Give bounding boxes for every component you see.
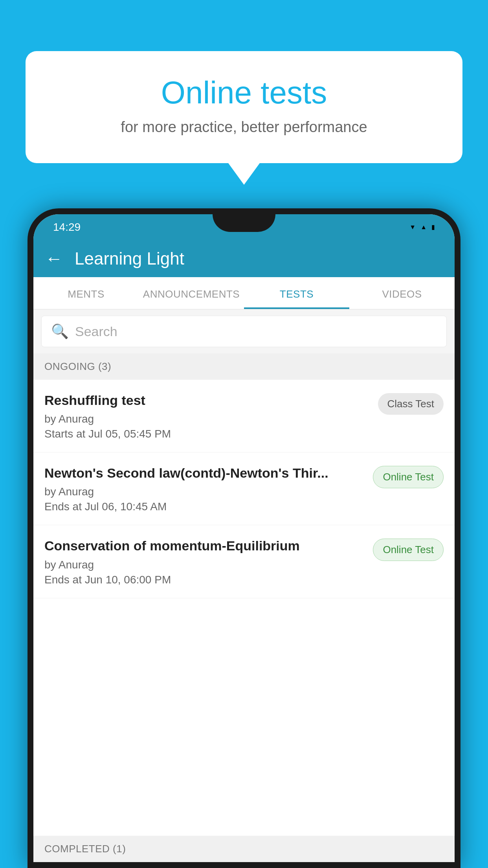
- app-title: Learning Light: [75, 249, 184, 268]
- tabs-container: MENTS ANNOUNCEMENTS TESTS VIDEOS: [33, 277, 455, 309]
- speech-bubble-title: Online tests: [57, 75, 431, 111]
- battery-icon: ▮: [431, 223, 435, 231]
- test-by-2: by Anurag: [44, 485, 365, 498]
- speech-bubble-subtitle: for more practice, better performance: [57, 119, 431, 136]
- test-time-label-1: Starts at: [44, 428, 85, 440]
- tab-announcements[interactable]: ANNOUNCEMENTS: [139, 277, 244, 309]
- test-list: Reshuffling test by Anurag Starts at Jul…: [33, 380, 455, 598]
- test-time-2: Ends at Jul 06, 10:45 AM: [44, 500, 365, 513]
- test-time-value-1: Jul 05, 05:45 PM: [88, 428, 171, 440]
- test-time-1: Starts at Jul 05, 05:45 PM: [44, 428, 370, 440]
- test-name-1: Reshuffling test: [44, 392, 370, 409]
- test-item-reshuffling[interactable]: Reshuffling test by Anurag Starts at Jul…: [33, 380, 455, 452]
- test-time-value-2: Jul 06, 10:45 AM: [85, 500, 167, 513]
- search-bar[interactable]: 🔍 Search: [41, 316, 447, 347]
- tab-videos[interactable]: VIDEOS: [349, 277, 455, 309]
- test-by-1: by Anurag: [44, 413, 370, 425]
- tab-tests[interactable]: TESTS: [244, 277, 349, 309]
- test-name-3: Conservation of momentum-Equilibrium: [44, 537, 365, 554]
- test-item-conservation[interactable]: Conservation of momentum-Equilibrium by …: [33, 525, 455, 598]
- signal-icon: ▲: [420, 224, 427, 231]
- speech-bubble: Online tests for more practice, better p…: [26, 51, 462, 163]
- test-item-newtons[interactable]: Newton's Second law(contd)-Newton's Thir…: [33, 452, 455, 525]
- test-info-1: Reshuffling test by Anurag Starts at Jul…: [44, 392, 378, 440]
- tab-ments[interactable]: MENTS: [33, 277, 139, 309]
- app-header: ← Learning Light: [33, 240, 455, 277]
- completed-section-header: COMPLETED (1): [33, 836, 455, 862]
- test-time-label-3: Ends at: [44, 574, 82, 586]
- test-by-3: by Anurag: [44, 559, 365, 571]
- back-button[interactable]: ←: [45, 248, 63, 269]
- search-container: 🔍 Search: [33, 309, 455, 353]
- ongoing-section-header: ONGOING (3): [33, 353, 455, 380]
- status-bar: 14:29 ▼ ▲ ▮: [33, 214, 455, 240]
- test-time-value-3: Jun 10, 06:00 PM: [85, 574, 171, 586]
- speech-bubble-container: Online tests for more practice, better p…: [26, 51, 462, 185]
- test-badge-1: Class Test: [378, 393, 444, 415]
- search-placeholder: Search: [75, 324, 117, 339]
- phone-inner: 14:29 ▼ ▲ ▮ ← Learning Light MENTS ANNOU…: [33, 214, 455, 862]
- status-time: 14:29: [53, 221, 81, 234]
- test-time-3: Ends at Jun 10, 06:00 PM: [44, 574, 365, 586]
- test-time-label-2: Ends at: [44, 500, 82, 513]
- test-name-2: Newton's Second law(contd)-Newton's Thir…: [44, 464, 365, 482]
- speech-bubble-arrow: [228, 163, 260, 185]
- search-icon: 🔍: [51, 323, 69, 340]
- test-badge-3: Online Test: [373, 539, 444, 561]
- phone-frame: 14:29 ▼ ▲ ▮ ← Learning Light MENTS ANNOU…: [28, 208, 460, 868]
- test-info-3: Conservation of momentum-Equilibrium by …: [44, 537, 373, 586]
- wifi-icon: ▼: [409, 224, 416, 231]
- test-info-2: Newton's Second law(contd)-Newton's Thir…: [44, 464, 373, 513]
- status-icons: ▼ ▲ ▮: [409, 223, 435, 231]
- phone-notch: [213, 214, 275, 232]
- test-badge-2: Online Test: [373, 466, 444, 488]
